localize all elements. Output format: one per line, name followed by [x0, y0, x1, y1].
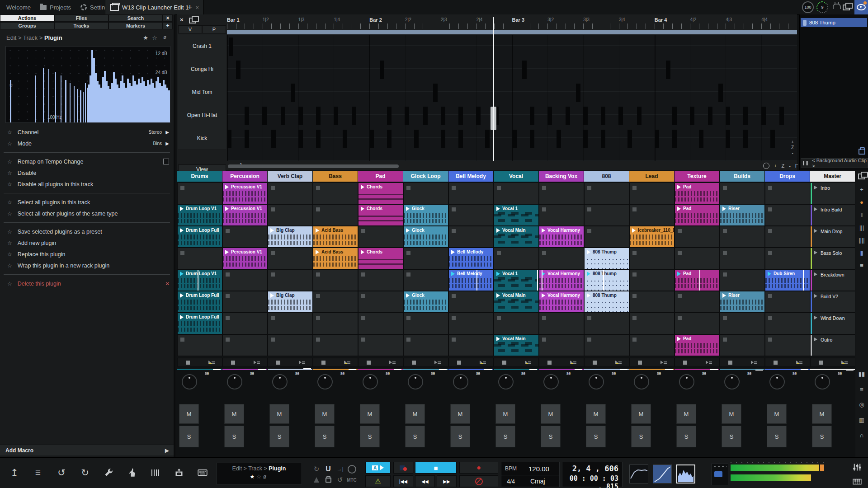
clip-vocal-1[interactable]: Vocal 1 — [494, 270, 538, 291]
clip-cell[interactable] — [448, 226, 494, 248]
mute-button[interactable]: M — [360, 404, 380, 424]
magnet-snap-icon[interactable]: U — [323, 464, 334, 474]
clip-play-icon[interactable] — [542, 293, 545, 298]
stop-scene-row[interactable] — [448, 358, 494, 367]
midi-note[interactable] — [423, 107, 428, 125]
list-icon[interactable]: ≡ — [860, 262, 863, 269]
clip-stop-square[interactable] — [723, 186, 727, 190]
clip-cell[interactable]: Vocal Harmony — [539, 291, 584, 313]
stop-scene-row[interactable] — [584, 358, 629, 367]
midi-note[interactable] — [779, 107, 784, 125]
column-header-percussion[interactable]: Percussion — [222, 171, 268, 182]
clip-vocal-harmony[interactable]: Vocal Harmony — [539, 226, 584, 247]
clip-cell[interactable] — [313, 313, 358, 334]
star-outline-icon[interactable]: ☆ — [7, 240, 12, 246]
clip-cell[interactable]: Chords — [358, 248, 403, 269]
clip-cell[interactable] — [584, 313, 629, 334]
mute-button[interactable]: M — [631, 404, 651, 424]
star-outline-icon[interactable]: ☆ — [7, 159, 12, 165]
midi-note[interactable] — [530, 130, 534, 148]
clip-stop-square[interactable] — [226, 316, 230, 320]
scene-launch-icon[interactable] — [660, 360, 667, 365]
midi-note[interactable] — [227, 130, 231, 148]
zoom-+[interactable]: + — [774, 163, 777, 169]
clip-stop-square[interactable] — [768, 338, 772, 342]
vzoom-+[interactable]: + — [791, 140, 794, 145]
action-item[interactable]: ☆Save selected plugins as a preset — [0, 226, 174, 237]
clip-808-thump[interactable]: 808 Thump — [585, 291, 629, 312]
scene-launch-icon[interactable] — [254, 360, 260, 365]
solo-button[interactable]: S — [631, 426, 651, 447]
solo-button[interactable]: S — [315, 426, 335, 447]
star-filled-icon[interactable]: ★ — [143, 34, 148, 41]
clip-play-icon[interactable] — [225, 250, 229, 254]
clip-stop-square[interactable] — [226, 294, 230, 298]
clip-stop-square[interactable] — [678, 316, 682, 320]
clip-cell[interactable] — [403, 183, 448, 204]
browser-eye-button[interactable] — [854, 0, 868, 14]
pan-knob[interactable] — [498, 374, 514, 389]
column-header-lead[interactable]: Lead — [629, 171, 675, 182]
clip-play-icon[interactable] — [587, 250, 590, 254]
clip-cell[interactable] — [448, 204, 494, 226]
fader-line[interactable] — [349, 369, 356, 370]
stop-all-icon[interactable] — [186, 361, 190, 365]
midi-note[interactable] — [557, 130, 561, 148]
star-outline-icon[interactable]: ☆ — [7, 263, 12, 269]
clip-cell[interactable] — [720, 334, 765, 356]
add-panel-button[interactable]: + — [163, 22, 173, 29]
stop-scene-row[interactable] — [268, 358, 313, 367]
mute-button[interactable]: M — [541, 404, 561, 424]
piano-icon[interactable] — [849, 474, 865, 488]
clip-stop-square[interactable] — [587, 316, 591, 320]
clip-play-icon[interactable] — [270, 293, 274, 298]
clip-cell[interactable] — [539, 248, 584, 269]
clip-stop-square[interactable] — [226, 229, 230, 233]
clip-cell[interactable]: Big Clap — [268, 226, 313, 248]
hand-tool-icon[interactable] — [124, 465, 140, 481]
warning-button[interactable]: ⚠ — [365, 475, 391, 487]
mute-button[interactable]: M — [495, 404, 515, 424]
solo-button[interactable]: S — [541, 426, 561, 447]
clip-cell[interactable] — [720, 183, 765, 204]
fader-line[interactable] — [575, 369, 582, 370]
clip-drum-loop-v1[interactable]: Drum Loop V1 — [178, 205, 222, 225]
panel-tab-actions[interactable]: Actions — [0, 14, 54, 22]
clip-stop-square[interactable] — [632, 294, 637, 298]
midi-note[interactable] — [291, 84, 295, 102]
midi-note[interactable] — [281, 107, 285, 125]
clip-cell[interactable] — [675, 313, 720, 334]
clip-playing-icon[interactable] — [677, 272, 681, 276]
fast-forward-button[interactable]: ▶▶ — [437, 475, 457, 487]
close-editor-icon[interactable]: × — [180, 16, 184, 23]
midi-note[interactable] — [547, 107, 552, 125]
clip-play-icon[interactable] — [361, 185, 364, 189]
unlock-icon[interactable] — [859, 149, 865, 155]
clip-playing-icon[interactable] — [587, 272, 590, 276]
breadcrumb[interactable]: Edit > Track > Plugin ★ ☆ ø — [6, 34, 169, 43]
clip-stop-square[interactable] — [271, 186, 275, 190]
fader-line[interactable] — [394, 369, 401, 370]
rewind-button[interactable]: ◀◀ — [415, 475, 435, 487]
clip-cell[interactable] — [765, 248, 810, 269]
clip-cell[interactable]: Bell Mellody — [448, 248, 494, 269]
stop-all-icon[interactable] — [593, 361, 597, 365]
spectrum-analyzer[interactable]: ☆ -12 dB -24 dB -36 dB B 100 Hz — [5, 46, 170, 123]
clip-cell[interactable] — [403, 269, 448, 291]
clip-playing-icon[interactable] — [768, 272, 771, 276]
clip-cell[interactable]: Percussion V1 — [222, 248, 268, 269]
solo-button[interactable]: S — [450, 426, 470, 447]
midi-note[interactable] — [761, 107, 766, 125]
clip-stop-square[interactable] — [452, 316, 456, 320]
clip-cell[interactable] — [494, 248, 539, 269]
zoom-controls[interactable]: +Z-F — [763, 163, 798, 169]
pan-column-button[interactable]: P — [202, 25, 226, 33]
clip-stop-square[interactable] — [768, 251, 772, 255]
clip-cell[interactable]: Drum Loop V1 — [177, 269, 222, 291]
fader-line[interactable] — [665, 369, 673, 370]
midi-note[interactable] — [316, 107, 321, 125]
star-outline-icon[interactable]: ☆ — [152, 34, 157, 41]
clip-cell[interactable] — [539, 183, 584, 204]
clip-vocal-main[interactable]: Vocal Main — [494, 335, 538, 356]
clip-cell[interactable] — [629, 248, 675, 269]
